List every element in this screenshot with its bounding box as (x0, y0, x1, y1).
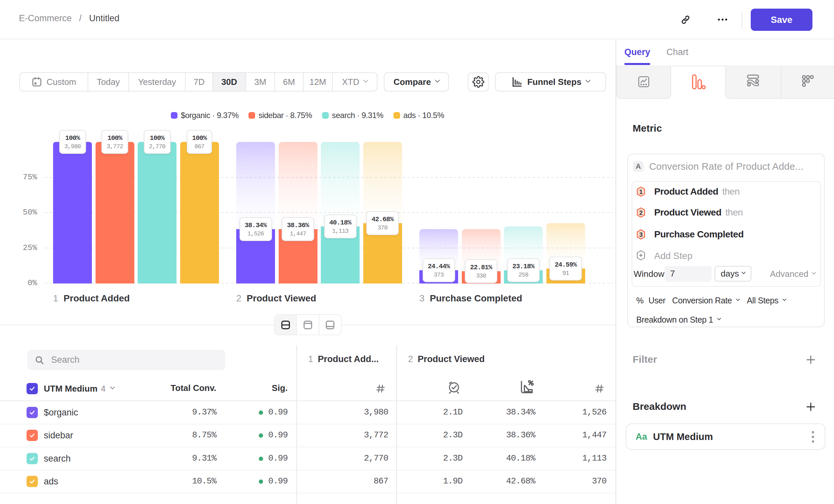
svg-text:1: 1 (639, 188, 642, 195)
svg-text:2: 2 (639, 209, 642, 216)
svg-text:3: 3 (639, 231, 642, 238)
